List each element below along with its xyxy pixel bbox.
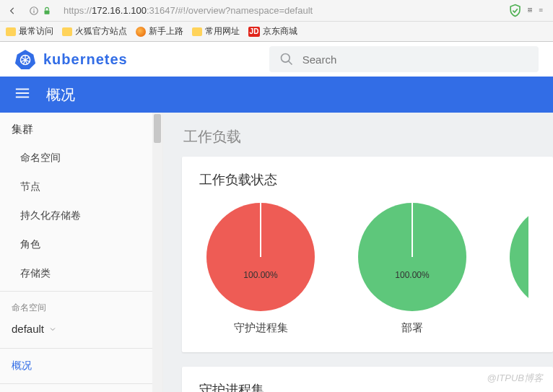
app-header: kubernetes: [0, 42, 553, 77]
nav-back-button[interactable]: [4, 3, 20, 19]
pie-chart: 13: [510, 203, 528, 323]
url-scheme: https://: [64, 5, 92, 16]
folder-icon: [6, 27, 16, 36]
svg-rect-24: [16, 97, 29, 98]
bookmark-label: 京东商城: [263, 25, 297, 38]
url-path: /#!/overview?namespace=default: [175, 5, 313, 16]
grid-icon[interactable]: [528, 4, 532, 16]
address-bar[interactable]: https://172.16.1.100:31647/#!/overview?n…: [61, 5, 498, 16]
bookmark-label: 最常访问: [19, 25, 53, 38]
card-title: 守护进程集: [199, 381, 536, 392]
bookmark-label: 火狐官方站点: [75, 25, 127, 38]
divider: [0, 348, 162, 349]
search-box[interactable]: [269, 46, 539, 72]
bookmark-common-urls[interactable]: 常用网址: [192, 25, 240, 38]
folder-icon: [62, 27, 72, 36]
svg-rect-8: [539, 9, 542, 10]
info-icon: [29, 6, 39, 16]
divider: [0, 291, 162, 292]
workload-status-card: 工作负载状态 100.00% 守护进程集 100.00% 部署: [182, 157, 553, 352]
svg-rect-2: [33, 10, 34, 13]
lock-icon: [42, 6, 52, 16]
sidebar-item-workloads[interactable]: 工作负载: [0, 387, 162, 392]
namespace-selector[interactable]: default: [0, 318, 162, 345]
pie-label: 守护进程集: [206, 321, 315, 335]
pie-partial: 13: [510, 203, 528, 335]
pie-deploy: 100.00% 部署: [358, 203, 466, 335]
url-host: 172.16.1.100: [92, 5, 147, 16]
sidebar: 集群 命名空间 节点 持久化存储卷 角色 存储类 命名空间 default 概况…: [0, 113, 163, 392]
bookmark-firefox-official[interactable]: 火狐官方站点: [62, 25, 127, 38]
svg-rect-4: [528, 9, 530, 10]
pie-value: 100.00%: [395, 270, 429, 280]
scrollbar-thumb[interactable]: [154, 114, 161, 143]
sidebar-item-pv[interactable]: 持久化存储卷: [0, 201, 162, 230]
sidebar-item-roles[interactable]: 角色: [0, 230, 162, 259]
sidebar-item-storageclass[interactable]: 存储类: [0, 259, 162, 288]
kubernetes-logo[interactable]: kubernetes: [14, 48, 128, 70]
bookmark-label: 常用网址: [205, 25, 240, 38]
svg-rect-23: [16, 92, 29, 94]
page-title: 概况: [46, 85, 75, 105]
search-icon: [279, 52, 294, 66]
bookmarks-bar: 最常访问 火狐官方站点 新手上路 常用网址 JD京东商城: [0, 22, 553, 42]
content-area: 工作负载 工作负载状态 100.00% 守护进程集 100.00% 部署: [163, 113, 553, 392]
sidebar-item-namespaces[interactable]: 命名空间: [0, 144, 162, 173]
charts-row: 100.00% 守护进程集 100.00% 部署 13: [199, 199, 536, 338]
pie-slit: [412, 203, 413, 257]
sidebar-ns-section: 命名空间: [0, 295, 162, 318]
sidebar-item-overview[interactable]: 概况: [0, 352, 162, 380]
section-bar: 概况: [0, 77, 553, 113]
site-security[interactable]: [25, 6, 56, 16]
svg-rect-5: [531, 9, 532, 10]
svg-rect-7: [531, 11, 532, 12]
main-area: 集群 命名空间 节点 持久化存储卷 角色 存储类 命名空间 default 概况…: [0, 113, 553, 392]
svg-rect-22: [16, 89, 29, 90]
pie-value: 100.00%: [243, 270, 277, 280]
scrollbar[interactable]: [152, 113, 162, 392]
watermark: @ITPUB博客: [487, 372, 543, 385]
svg-point-1: [33, 8, 34, 9]
chevron-down-icon: [48, 325, 57, 334]
divider: [0, 383, 162, 384]
bookmark-label: 新手上路: [149, 25, 183, 38]
svg-rect-3: [45, 10, 50, 14]
svg-rect-10: [539, 12, 542, 12]
sidebar-group-cluster[interactable]: 集群: [0, 113, 162, 144]
pie-label: 部署: [358, 321, 466, 335]
browser-toolbar: https://172.16.1.100:31647/#!/overview?n…: [0, 0, 553, 22]
card-title: 工作负载状态: [199, 171, 536, 188]
jd-icon: JD: [248, 27, 260, 37]
folder-icon: [192, 27, 202, 36]
bookmark-most-visited[interactable]: 最常访问: [6, 25, 53, 38]
pie-slit: [260, 203, 261, 257]
menu-toggle-button[interactable]: [14, 85, 30, 104]
browser-actions: [502, 4, 549, 17]
namespace-value: default: [12, 323, 44, 335]
svg-rect-9: [539, 10, 542, 11]
pie-daemonset: 100.00% 守护进程集: [206, 203, 315, 335]
sidebar-item-nodes[interactable]: 节点: [0, 173, 162, 201]
url-port: :31647: [147, 5, 175, 16]
bookmark-newbie[interactable]: 新手上路: [136, 25, 183, 38]
brand-text: kubernetes: [43, 51, 128, 68]
kubernetes-icon: [14, 48, 36, 70]
section-heading: 工作负载: [163, 113, 553, 157]
svg-rect-6: [528, 11, 530, 12]
hamburger-icon: [14, 85, 30, 101]
svg-point-20: [281, 54, 289, 63]
shield-icon[interactable]: [508, 4, 522, 17]
pie-chart: 100.00%: [206, 203, 315, 311]
bookmark-jd[interactable]: JD京东商城: [248, 25, 297, 38]
firefox-icon: [136, 27, 146, 37]
browser-menu-icon[interactable]: [539, 4, 543, 16]
pie-chart: 100.00%: [358, 203, 466, 311]
svg-line-21: [288, 61, 292, 65]
search-input[interactable]: [302, 53, 528, 66]
